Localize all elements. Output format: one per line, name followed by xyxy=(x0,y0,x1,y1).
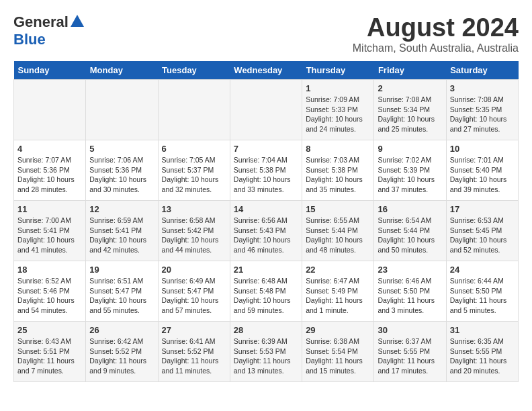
calendar-cell: 28Sunrise: 6:39 AM Sunset: 5:53 PM Dayli… xyxy=(230,322,302,382)
day-number: 24 xyxy=(450,265,515,275)
calendar-cell: 25Sunrise: 6:43 AM Sunset: 5:51 PM Dayli… xyxy=(14,322,86,382)
column-header-thursday: Thursday xyxy=(302,61,374,80)
day-number: 23 xyxy=(378,265,442,275)
calendar-cell: 9Sunrise: 7:02 AM Sunset: 5:39 PM Daylig… xyxy=(374,140,446,201)
column-header-monday: Monday xyxy=(86,61,158,80)
day-number: 10 xyxy=(450,144,515,154)
calendar-cell: 22Sunrise: 6:47 AM Sunset: 5:49 PM Dayli… xyxy=(302,261,374,322)
day-info: Sunrise: 6:38 AM Sunset: 5:54 PM Dayligh… xyxy=(306,336,370,376)
day-info: Sunrise: 6:41 AM Sunset: 5:52 PM Dayligh… xyxy=(162,336,226,376)
day-number: 22 xyxy=(306,265,370,275)
day-info: Sunrise: 7:08 AM Sunset: 5:35 PM Dayligh… xyxy=(450,95,515,134)
day-number: 25 xyxy=(17,325,82,335)
calendar-cell: 31Sunrise: 6:35 AM Sunset: 5:55 PM Dayli… xyxy=(446,322,518,382)
day-info: Sunrise: 6:35 AM Sunset: 5:55 PM Dayligh… xyxy=(450,336,515,376)
calendar-cell: 4Sunrise: 7:07 AM Sunset: 5:36 PM Daylig… xyxy=(14,140,86,201)
day-number: 5 xyxy=(89,144,154,154)
calendar-week-row: 4Sunrise: 7:07 AM Sunset: 5:36 PM Daylig… xyxy=(14,140,519,201)
day-number: 27 xyxy=(162,325,226,335)
day-info: Sunrise: 7:01 AM Sunset: 5:40 PM Dayligh… xyxy=(450,155,515,195)
day-number: 11 xyxy=(17,204,82,214)
calendar-cell xyxy=(14,80,86,140)
day-info: Sunrise: 6:51 AM Sunset: 5:47 PM Dayligh… xyxy=(89,276,154,316)
subtitle: Mitcham, South Australia, Australia xyxy=(353,42,519,54)
day-info: Sunrise: 6:53 AM Sunset: 5:45 PM Dayligh… xyxy=(450,216,515,255)
day-number: 29 xyxy=(306,325,370,335)
calendar-cell: 18Sunrise: 6:52 AM Sunset: 5:46 PM Dayli… xyxy=(14,261,86,322)
day-number: 1 xyxy=(306,83,370,93)
day-number: 8 xyxy=(306,144,370,154)
calendar-cell: 16Sunrise: 6:54 AM Sunset: 5:44 PM Dayli… xyxy=(374,201,446,261)
calendar-cell xyxy=(86,80,158,140)
day-info: Sunrise: 7:06 AM Sunset: 5:36 PM Dayligh… xyxy=(89,155,154,195)
column-header-friday: Friday xyxy=(374,61,446,80)
calendar-week-row: 25Sunrise: 6:43 AM Sunset: 5:51 PM Dayli… xyxy=(14,322,519,382)
calendar-cell: 20Sunrise: 6:49 AM Sunset: 5:47 PM Dayli… xyxy=(158,261,230,322)
logo-blue-text: Blue xyxy=(13,31,46,48)
page-header: General Blue August 2024 Mitcham, South … xyxy=(13,13,519,54)
day-number: 28 xyxy=(234,325,298,335)
day-info: Sunrise: 6:46 AM Sunset: 5:50 PM Dayligh… xyxy=(378,276,442,316)
day-info: Sunrise: 6:58 AM Sunset: 5:42 PM Dayligh… xyxy=(162,216,226,255)
day-info: Sunrise: 6:49 AM Sunset: 5:47 PM Dayligh… xyxy=(162,276,226,316)
title-area: August 2024 Mitcham, South Australia, Au… xyxy=(353,13,519,54)
main-title: August 2024 xyxy=(353,13,519,42)
calendar-week-row: 11Sunrise: 7:00 AM Sunset: 5:41 PM Dayli… xyxy=(14,201,519,261)
day-info: Sunrise: 6:52 AM Sunset: 5:46 PM Dayligh… xyxy=(17,276,82,316)
calendar-cell: 12Sunrise: 6:59 AM Sunset: 5:41 PM Dayli… xyxy=(86,201,158,261)
calendar-cell: 30Sunrise: 6:37 AM Sunset: 5:55 PM Dayli… xyxy=(374,322,446,382)
calendar-cell: 29Sunrise: 6:38 AM Sunset: 5:54 PM Dayli… xyxy=(302,322,374,382)
calendar-cell: 14Sunrise: 6:56 AM Sunset: 5:43 PM Dayli… xyxy=(230,201,302,261)
calendar-cell: 13Sunrise: 6:58 AM Sunset: 5:42 PM Dayli… xyxy=(158,201,230,261)
day-number: 14 xyxy=(234,204,298,214)
calendar-cell: 8Sunrise: 7:03 AM Sunset: 5:38 PM Daylig… xyxy=(302,140,374,201)
calendar-cell: 19Sunrise: 6:51 AM Sunset: 5:47 PM Dayli… xyxy=(86,261,158,322)
day-info: Sunrise: 6:59 AM Sunset: 5:41 PM Dayligh… xyxy=(89,216,154,255)
day-number: 15 xyxy=(306,204,370,214)
day-info: Sunrise: 6:39 AM Sunset: 5:53 PM Dayligh… xyxy=(234,336,298,376)
day-info: Sunrise: 7:07 AM Sunset: 5:36 PM Dayligh… xyxy=(17,155,82,195)
day-info: Sunrise: 7:02 AM Sunset: 5:39 PM Dayligh… xyxy=(378,155,442,195)
day-number: 4 xyxy=(17,144,82,154)
calendar-cell: 5Sunrise: 7:06 AM Sunset: 5:36 PM Daylig… xyxy=(86,140,158,201)
calendar-cell: 7Sunrise: 7:04 AM Sunset: 5:38 PM Daylig… xyxy=(230,140,302,201)
day-info: Sunrise: 6:56 AM Sunset: 5:43 PM Dayligh… xyxy=(234,216,298,255)
calendar-cell: 26Sunrise: 6:42 AM Sunset: 5:52 PM Dayli… xyxy=(86,322,158,382)
day-info: Sunrise: 6:47 AM Sunset: 5:49 PM Dayligh… xyxy=(306,276,370,316)
day-number: 16 xyxy=(378,204,442,214)
day-number: 26 xyxy=(89,325,154,335)
calendar-week-row: 1Sunrise: 7:09 AM Sunset: 5:33 PM Daylig… xyxy=(14,80,519,140)
day-number: 17 xyxy=(450,204,515,214)
day-number: 2 xyxy=(378,83,442,93)
calendar-cell: 15Sunrise: 6:55 AM Sunset: 5:44 PM Dayli… xyxy=(302,201,374,261)
calendar-cell: 6Sunrise: 7:05 AM Sunset: 5:37 PM Daylig… xyxy=(158,140,230,201)
day-number: 7 xyxy=(234,144,298,154)
calendar-cell xyxy=(230,80,302,140)
day-number: 19 xyxy=(89,265,154,275)
day-number: 21 xyxy=(234,265,298,275)
calendar-cell: 10Sunrise: 7:01 AM Sunset: 5:40 PM Dayli… xyxy=(446,140,518,201)
day-number: 3 xyxy=(450,83,515,93)
calendar-cell: 11Sunrise: 7:00 AM Sunset: 5:41 PM Dayli… xyxy=(14,201,86,261)
calendar-cell: 21Sunrise: 6:48 AM Sunset: 5:48 PM Dayli… xyxy=(230,261,302,322)
day-info: Sunrise: 6:43 AM Sunset: 5:51 PM Dayligh… xyxy=(17,336,82,376)
day-info: Sunrise: 6:54 AM Sunset: 5:44 PM Dayligh… xyxy=(378,216,442,255)
calendar-cell: 27Sunrise: 6:41 AM Sunset: 5:52 PM Dayli… xyxy=(158,322,230,382)
day-number: 20 xyxy=(162,265,226,275)
column-header-wednesday: Wednesday xyxy=(230,61,302,80)
day-number: 18 xyxy=(17,265,82,275)
column-header-sunday: Sunday xyxy=(14,61,86,80)
day-info: Sunrise: 6:37 AM Sunset: 5:55 PM Dayligh… xyxy=(378,336,442,376)
logo: General Blue xyxy=(13,13,84,48)
logo-general-text: General xyxy=(13,13,69,31)
day-info: Sunrise: 7:09 AM Sunset: 5:33 PM Dayligh… xyxy=(306,95,370,134)
day-number: 9 xyxy=(378,144,442,154)
calendar-cell: 17Sunrise: 6:53 AM Sunset: 5:45 PM Dayli… xyxy=(446,201,518,261)
day-info: Sunrise: 6:55 AM Sunset: 5:44 PM Dayligh… xyxy=(306,216,370,255)
calendar-cell: 2Sunrise: 7:08 AM Sunset: 5:34 PM Daylig… xyxy=(374,80,446,140)
day-info: Sunrise: 6:42 AM Sunset: 5:52 PM Dayligh… xyxy=(89,336,154,376)
column-header-tuesday: Tuesday xyxy=(158,61,230,80)
day-info: Sunrise: 7:05 AM Sunset: 5:37 PM Dayligh… xyxy=(162,155,226,195)
calendar-cell: 24Sunrise: 6:44 AM Sunset: 5:50 PM Dayli… xyxy=(446,261,518,322)
calendar-table: SundayMondayTuesdayWednesdayThursdayFrid… xyxy=(13,61,519,382)
